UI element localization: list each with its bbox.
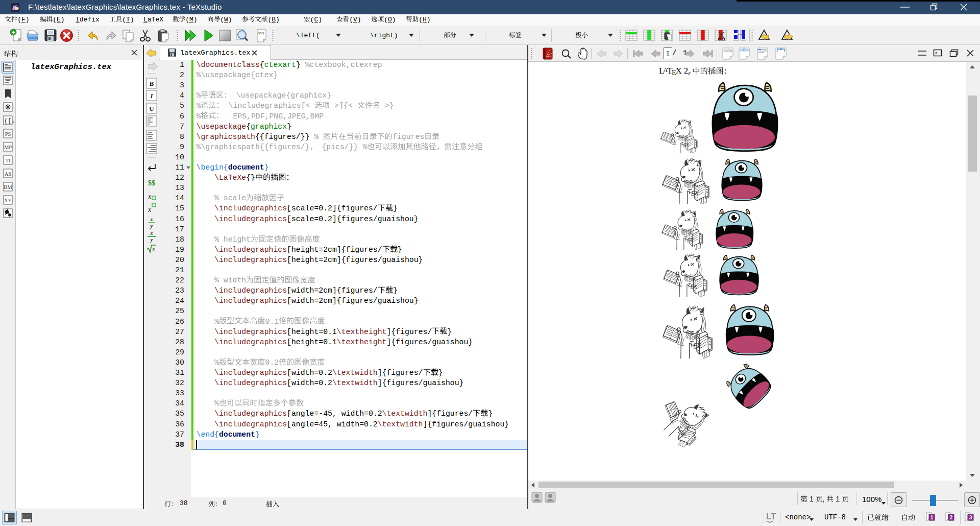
svg-text:AS: AS	[5, 171, 12, 177]
svg-text:3: 3	[969, 515, 972, 520]
svg-text:I: I	[150, 92, 153, 100]
svg-text:x: x	[148, 206, 152, 213]
svg-text:XY: XY	[4, 198, 12, 203]
svg-text:x: x	[150, 230, 153, 236]
svg-text:TI: TI	[6, 158, 11, 163]
svg-text:LT: LT	[766, 512, 776, 521]
svg-text:x: x	[152, 246, 155, 253]
svg-text:U: U	[149, 105, 154, 112]
svg-text:y: y	[150, 223, 153, 229]
svg-text:1: 1	[930, 515, 934, 520]
svg-text:MP: MP	[4, 145, 12, 150]
svg-text:([.: ([.	[4, 117, 14, 125]
svg-text:$$: $$	[148, 179, 155, 187]
svg-text:x: x	[150, 217, 153, 222]
svg-text:y: y	[150, 237, 153, 243]
svg-text:log: log	[258, 31, 264, 35]
svg-text:x: x	[148, 193, 152, 200]
svg-text:PS: PS	[5, 131, 11, 137]
svg-text:2: 2	[950, 515, 953, 520]
svg-text:B: B	[150, 80, 154, 87]
svg-text:100%: 100%	[724, 49, 732, 53]
svg-text:BM: BM	[4, 184, 12, 190]
